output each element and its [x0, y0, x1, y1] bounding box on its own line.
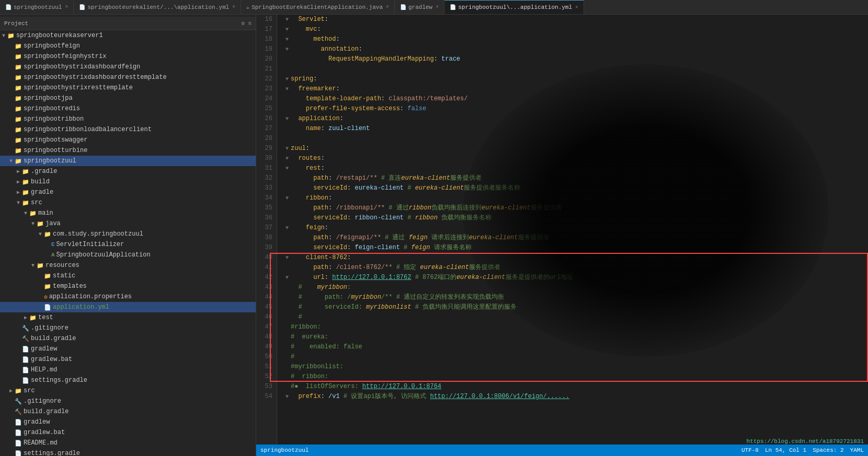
- tree-item[interactable]: 📁 springboothystrixresttemplate: [0, 83, 256, 93]
- tab-close-3[interactable]: ×: [386, 4, 389, 10]
- tree-arrow: ▶: [7, 388, 15, 394]
- left-panel: Project ⚙ ≡ ▼ 📁 springbooteurekaserver1 …: [0, 15, 256, 456]
- fold-gutter: ▼: [283, 223, 291, 233]
- tree-icon: 📁: [15, 95, 22, 102]
- tab-close-1[interactable]: ×: [65, 4, 68, 10]
- tree-item[interactable]: ▶ 📁 build: [0, 177, 256, 187]
- line-number: 28: [260, 134, 272, 144]
- code-text: rest:: [291, 163, 858, 173]
- tree-item[interactable]: 📁 springbootfeign: [0, 41, 256, 51]
- tree-item[interactable]: 📄 settings.gradle: [0, 448, 256, 456]
- tree-item[interactable]: 📄 application.yml: [0, 302, 256, 312]
- tree-item[interactable]: 📁 springbootredis: [0, 103, 256, 114]
- code-text: #myribbonlist:: [291, 362, 858, 372]
- tree-icon: 📁: [15, 116, 22, 123]
- tree-item[interactable]: 🔧 .gitignore: [0, 396, 256, 406]
- tree-label: test: [38, 314, 53, 321]
- editor-content[interactable]: 1617181920212223242526272829303132333435…: [256, 15, 868, 445]
- tree-item[interactable]: 📄 gradlew: [0, 417, 256, 427]
- tree-label: gradlew: [24, 418, 50, 426]
- tree-item[interactable]: 📄 settings.gradle: [0, 375, 256, 385]
- tree-label: springbootfeign: [24, 42, 80, 50]
- tree-item[interactable]: ▼ 📁 com.study.springbootzuul: [0, 229, 256, 239]
- code-text: ribbon:: [291, 193, 858, 203]
- url-text: https://blog.csdn.net/a18792721831: [747, 438, 864, 445]
- tree-label: settings.gradle: [24, 450, 80, 456]
- status-bar: springbootzuul UTF-8 Ln 54, Col 1 Spaces…: [256, 445, 868, 456]
- tree-label: application.yml: [53, 303, 109, 311]
- line-number: 32: [260, 173, 272, 183]
- tree-icon: 📁: [15, 53, 22, 60]
- tab-label-1: springbootzuul: [14, 4, 62, 10]
- code-text: method:: [291, 34, 858, 44]
- tree-item[interactable]: 📁 springbootswagger: [0, 135, 256, 145]
- tab-gradlew[interactable]: 📄 gradlew ×: [395, 0, 444, 15]
- code-line: ▼ prefix: /v1 # 设置api版本号, 访问格式 http://12…: [283, 392, 858, 402]
- tab-eurekaclient[interactable]: 📄 springbooteurekalient/...\application.…: [74, 0, 241, 15]
- code-text: path: /restapi/** # 直连eureka-client服务提供者: [291, 173, 858, 183]
- tab-close-2[interactable]: ×: [232, 4, 235, 10]
- tree-label: build.gradle: [24, 408, 68, 415]
- tree-item[interactable]: 📁 springboothystrixdashboardresttemplate: [0, 72, 256, 83]
- code-text: # ribbon:: [291, 372, 858, 382]
- tree-item[interactable]: 📄 gradlew.bat: [0, 427, 256, 438]
- tree-item[interactable]: 🔧 .gitignore: [0, 323, 256, 333]
- code-line: [283, 134, 858, 144]
- tree-item[interactable]: ▼ 📁 resources: [0, 260, 256, 271]
- code-text: mvc:: [291, 25, 858, 34]
- code-line: # ribbon:: [283, 372, 858, 382]
- tab-close-4[interactable]: ×: [436, 4, 439, 10]
- tree-item[interactable]: 📁 springbootribbonloadbalancerclient: [0, 124, 256, 135]
- tab-applicationyml[interactable]: 📄 springbootzuul\...application.yml ×: [444, 0, 584, 15]
- tree-item[interactable]: ▶ 📁 gradle: [0, 187, 256, 197]
- tab-springbootzuul[interactable]: 📄 springbootzuul ×: [0, 0, 74, 15]
- code-text: RequestMappingHandlerMapping: trace: [291, 54, 858, 64]
- code-line: serviceId: eureka-client # eureka-client…: [283, 183, 858, 193]
- line-number: 33: [260, 183, 272, 193]
- tree-item[interactable]: 📄 gradlew.bat: [0, 354, 256, 365]
- tree-label: .gitignore: [31, 324, 68, 332]
- tree-item[interactable]: ▶ 📁 src: [0, 385, 256, 396]
- tree-item[interactable]: 📁 static: [0, 271, 256, 281]
- fold-gutter: ▼: [283, 74, 291, 84]
- code-text: name: zuul-client: [291, 124, 858, 134]
- line-number: 42: [260, 273, 272, 283]
- tree-item[interactable]: 📁 springbootjpa: [0, 93, 256, 103]
- tree-icon: 🔧: [22, 325, 29, 332]
- tree-item[interactable]: ▶ 📁 test: [0, 312, 256, 323]
- line-number: 35: [260, 203, 272, 213]
- tree-item[interactable]: ▶ 📁 .gradle: [0, 166, 256, 177]
- code-line: RequestMappingHandlerMapping: trace: [283, 54, 858, 64]
- tree-item[interactable]: 🔨 build.gradle: [0, 406, 256, 417]
- tree-item[interactable]: 📁 springbootfeignhystrix: [0, 51, 256, 62]
- code-line: name: zuul-client: [283, 124, 858, 134]
- tree-item[interactable]: ▼ 📁 springbooteurekaserver1: [0, 30, 256, 41]
- code-text: spring:: [291, 74, 858, 84]
- tree-item[interactable]: 📄 README.md: [0, 438, 256, 448]
- tree-item[interactable]: 📄 HELP.md: [0, 365, 256, 375]
- tree-item[interactable]: ▼ 📁 src: [0, 197, 256, 208]
- tree-icon: 📁: [15, 126, 22, 133]
- tree-item[interactable]: 📁 templates: [0, 281, 256, 291]
- tree-item[interactable]: 📁 springboothystrixdashboardfeign: [0, 62, 256, 72]
- code-text: # enabled: false: [291, 342, 858, 352]
- tree-item[interactable]: C ServletInitializer: [0, 239, 256, 250]
- tree-item[interactable]: 🔨 build.gradle: [0, 333, 256, 344]
- tree-item[interactable]: 📄 gradlew: [0, 344, 256, 354]
- tree-item[interactable]: ▼ 📁 main: [0, 208, 256, 218]
- line-number: 38: [260, 233, 272, 243]
- tree-item[interactable]: ⚙ application.properties: [0, 291, 256, 302]
- code-line: # eureka:: [283, 332, 858, 342]
- tree-item[interactable]: A SpringbootzuulApplication: [0, 250, 256, 260]
- line-number: 45: [260, 302, 272, 312]
- tree-item[interactable]: ▼ 📁 java: [0, 218, 256, 229]
- tab-close-5[interactable]: ×: [575, 5, 578, 10]
- tree-item[interactable]: 📁 springbootribbon: [0, 114, 256, 124]
- line-number: 51: [260, 362, 272, 372]
- code-text: path: /ribbonapi/** # 通过ribbon负载均衡后连接到eu…: [291, 203, 858, 213]
- tree-item[interactable]: ▼ 📁 springbootzuul: [0, 156, 256, 166]
- tree-item[interactable]: 📁 springbootturbine: [0, 145, 256, 156]
- tree-label: static: [53, 272, 75, 279]
- tab-eurekaclientapp[interactable]: ☕ SpringbootEurekaClientApplication.java…: [241, 0, 395, 15]
- tree-label: .gradle: [31, 168, 57, 175]
